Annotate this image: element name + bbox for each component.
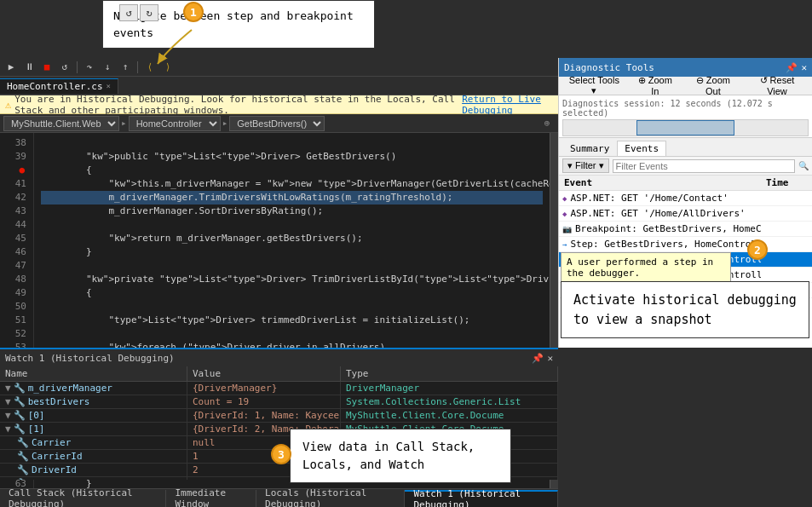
event-icon: ◆ xyxy=(562,210,567,218)
watch-name-icon: 🔧 xyxy=(17,451,29,462)
filter-button[interactable]: ▾ Filter ▾ xyxy=(562,158,609,173)
watch-type: MyShuttle.Client.Core.Docume xyxy=(341,409,558,422)
diag-close-icon[interactable]: ✕ xyxy=(801,62,807,73)
watch-name: 🔧Name xyxy=(0,477,187,480)
watch-col-name: Name xyxy=(0,366,187,381)
event-icon: 📷 xyxy=(562,225,572,233)
timeline-area[interactable]: Diagnostics session: 12 seconds (12.072 … xyxy=(559,95,812,138)
session-label: Diagnostics session: 12 seconds (12.072 … xyxy=(562,99,809,118)
search-icon: 🔍 xyxy=(798,161,809,170)
watch-value: Count = 19 xyxy=(187,395,341,408)
col-event: Event xyxy=(559,176,761,190)
watch-name-icon: 🔧 xyxy=(17,437,29,448)
watch-type: DriverManager xyxy=(341,382,558,395)
event-name: Step: GetBestDrivers, HomeController.cs … xyxy=(570,239,761,250)
method-selector[interactable]: GetBestDrivers() xyxy=(229,116,325,131)
watch-name: 🔧Carrier xyxy=(0,436,187,449)
watch-type: System.Collections.Generic.List xyxy=(341,395,558,408)
step-forward-button[interactable]: ↻ xyxy=(140,4,158,21)
watch-row[interactable]: ▼🔧m_driverManager {DriverManager} Driver… xyxy=(0,382,558,395)
watch-titlebar: Watch 1 (Historical Debugging) 📌 ✕ xyxy=(0,349,558,366)
bottom-tab[interactable]: Immediate Window xyxy=(166,490,256,507)
sep1 xyxy=(77,61,78,73)
bottom-tab[interactable]: Call Stack (Historical Debugging) xyxy=(0,490,166,507)
sep2 xyxy=(137,61,138,73)
return-live-debugging-link[interactable]: Return to Live Debugging xyxy=(462,94,553,116)
event-row[interactable]: ◆ ASP.NET: GET '/Home/Contact' xyxy=(559,191,812,206)
timeline-selection[interactable] xyxy=(636,120,734,135)
watch-col-type: Type xyxy=(341,366,558,381)
watch-name: ▼🔧[0] xyxy=(0,409,187,422)
event-time xyxy=(761,206,812,221)
watch-title: Watch 1 (Historical Debugging) xyxy=(5,353,175,364)
step-into-btn[interactable]: ↓ xyxy=(100,60,115,75)
tooltip-text: A user performed a step in the debugger. xyxy=(567,256,713,279)
expand-btn[interactable]: ⊕ xyxy=(539,116,555,131)
watch-name: ▼🔧[1] xyxy=(0,423,187,435)
watch-close-icon[interactable]: ✕ xyxy=(547,353,553,364)
annotation-2-text: Activate historical debugging to view a … xyxy=(573,292,797,327)
filepath-bar: MyShuttle.Client.Web ▸ HomeController ▸ … xyxy=(0,114,558,133)
select-tools-btn[interactable]: Select Tools ▾ xyxy=(562,73,626,98)
warning-icon: ⚠ xyxy=(5,99,11,111)
watch-name-icon: 🔧 xyxy=(14,383,26,394)
watch-row[interactable]: ▼🔧bestDrivers Count = 19 System.Collecti… xyxy=(0,395,558,409)
controller-selector[interactable]: HomeController xyxy=(129,116,221,131)
event-time xyxy=(761,268,812,282)
watch-col-value: Value xyxy=(187,366,341,381)
tab-summary[interactable]: Summary xyxy=(562,141,617,156)
diag-pin-icon[interactable]: 📌 xyxy=(786,62,798,73)
expand-icon[interactable]: ▼ xyxy=(5,423,11,435)
watch-name-icon: 🔧 xyxy=(14,410,26,421)
expand-icon[interactable]: ▼ xyxy=(5,410,11,421)
events-header: Event Time xyxy=(559,176,812,191)
watch-name: 🔧DriverId xyxy=(0,464,187,476)
annotation-3-text: View data in Call Stack, Locals, and Wat… xyxy=(302,440,475,471)
step-out-btn[interactable]: ↑ xyxy=(118,60,133,75)
watch-value: {DriverId: 1, Name: Kaycee Anderson} xyxy=(187,409,341,422)
watch-name-icon: 🔧 xyxy=(14,423,26,435)
expand-icon[interactable]: ▼ xyxy=(5,383,11,394)
watch-pin-icon[interactable]: 📌 xyxy=(532,353,544,364)
event-name: ASP.NET: GET '/Home/Contact' xyxy=(570,193,728,204)
nav-buttons: ↺ ↻ xyxy=(119,4,158,21)
event-name: ASP.NET: GET '/Home/AllDrivers' xyxy=(570,208,745,219)
watch-name-icon: 🔧 xyxy=(17,464,29,475)
expand-icon[interactable]: ▼ xyxy=(5,396,11,407)
filter-input[interactable] xyxy=(613,159,795,173)
event-name: Breakpoint: GetBestDrivers, HomeControll… xyxy=(575,223,761,234)
events-filter-bar: ▾ Filter ▾ 🔍 xyxy=(559,157,812,176)
arrow-1 xyxy=(149,26,234,68)
tab-homecontroller[interactable]: HomeController.cs × xyxy=(0,78,118,94)
event-row[interactable]: → Step: GetBestDrivers, HomeController.c… xyxy=(559,237,812,252)
watch-row[interactable]: ▼🔧[0] {DriverId: 1, Name: Kaycee Anderso… xyxy=(0,409,558,423)
tab-events[interactable]: Events xyxy=(617,141,666,156)
event-time xyxy=(761,222,812,236)
debug-restart-btn[interactable]: ↺ xyxy=(57,60,72,75)
debug-start-btn[interactable]: ▶ xyxy=(3,60,19,75)
bottom-tab[interactable]: Locals (Historical Debugging) xyxy=(256,490,405,507)
watch-name: ▼🔧m_driverManager xyxy=(0,382,187,395)
event-time xyxy=(761,237,812,251)
step-back-button[interactable]: ↺ xyxy=(119,4,138,21)
debug-pause-btn[interactable]: ⏸ xyxy=(21,60,37,75)
timeline-bar[interactable] xyxy=(562,119,809,136)
zoom-out-btn[interactable]: ⊖ Zoom Out xyxy=(684,73,742,98)
event-row[interactable]: ◆ ASP.NET: GET '/Home/AllDrivers' xyxy=(559,206,812,222)
ide-toolbar: ▶ ⏸ ■ ↺ ↷ ↓ ↑ ⟨ ⟩ xyxy=(0,58,558,77)
watch-table-header: Name Value Type xyxy=(0,366,558,382)
annotation-box-2: Activate historical debugging to view a … xyxy=(561,281,809,338)
tab-close[interactable]: × xyxy=(107,82,111,90)
event-time xyxy=(761,252,812,267)
zoom-in-btn[interactable]: ⊕ Zoom In xyxy=(630,73,681,98)
event-row[interactable]: 📷 Breakpoint: GetBestDrivers, HomeContro… xyxy=(559,222,812,237)
warning-text: You are in Historical Debugging. Look fo… xyxy=(14,94,458,116)
class-selector[interactable]: MyShuttle.Client.Web xyxy=(3,116,119,131)
bottom-tab[interactable]: Watch 1 (Historical Debugging) xyxy=(405,490,558,507)
event-icon: ◆ xyxy=(562,194,567,203)
step-over-btn[interactable]: ↷ xyxy=(82,60,97,75)
debug-stop-btn[interactable]: ■ xyxy=(39,60,55,75)
diag-toolbar: Select Tools ▾ ⊕ Zoom In ⊖ Zoom Out ↺ Re… xyxy=(559,77,812,95)
reset-view-btn[interactable]: ↺ Reset View xyxy=(746,73,809,98)
event-time xyxy=(761,191,812,205)
